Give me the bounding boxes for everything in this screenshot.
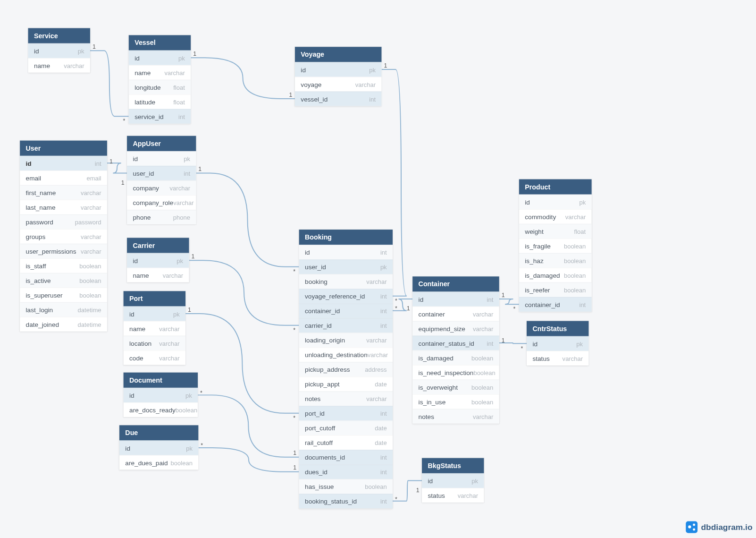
table-header[interactable]: Voyage	[295, 47, 382, 62]
table-row[interactable]: longitudefloat	[129, 80, 191, 94]
table-due[interactable]: Dueidpkare_dues_paidboolean	[119, 425, 198, 470]
table-row[interactable]: latitudefloat	[129, 94, 191, 109]
table-row[interactable]: is_damagedboolean	[412, 350, 499, 365]
table-row[interactable]: container_status_idint	[412, 336, 499, 350]
table-row[interactable]: is_in_useboolean	[412, 394, 499, 409]
table-carrier[interactable]: Carrieridpknamevarchar	[127, 238, 189, 282]
table-row[interactable]: idpk	[124, 388, 198, 402]
table-row[interactable]: user_permissionsvarchar	[20, 244, 107, 258]
table-header[interactable]: Service	[28, 28, 90, 43]
table-row[interactable]: idpk	[28, 43, 90, 58]
table-document[interactable]: Documentidpkare_docs_readyboolean	[124, 373, 198, 417]
table-voyage[interactable]: Voyageidpkvoyagevarcharvessel_idint	[295, 47, 382, 106]
table-row[interactable]: idpk	[119, 440, 198, 455]
table-header[interactable]: Container	[412, 276, 499, 291]
table-appuser[interactable]: AppUseridpkuser_idintcompanyvarcharcompa…	[127, 136, 196, 224]
table-row[interactable]: is_staffboolean	[20, 258, 107, 273]
table-row[interactable]: is_overweightboolean	[412, 380, 499, 394]
table-row[interactable]: phonephone	[127, 210, 196, 224]
table-booking[interactable]: Bookingidintuser_idpkbookingvarcharvoyag…	[299, 230, 393, 508]
table-header[interactable]: Document	[124, 373, 198, 388]
table-row[interactable]: notesvarchar	[299, 391, 393, 406]
table-row[interactable]: pickup_addressaddress	[299, 362, 393, 376]
table-header[interactable]: Product	[519, 179, 592, 194]
table-row[interactable]: namevarchar	[28, 58, 90, 73]
table-row[interactable]: namevarchar	[124, 321, 185, 336]
table-container[interactable]: Containeridintcontainervarcharequipmend_…	[412, 276, 499, 423]
table-user[interactable]: Useridintemailemailfirst_namevarcharlast…	[20, 141, 107, 332]
table-row[interactable]: is_reeferboolean	[519, 282, 592, 297]
table-row[interactable]: pickup_apptdate	[299, 376, 393, 391]
table-row[interactable]: statusvarchar	[527, 351, 588, 366]
table-row[interactable]: is_damagedboolean	[519, 268, 592, 282]
table-row[interactable]: dues_idint	[299, 464, 393, 479]
diagram-canvas[interactable]: dbdiagram.io ServiceidpknamevarcharVesse…	[0, 0, 756, 538]
table-row[interactable]: last_logindatetime	[20, 302, 107, 317]
table-row[interactable]: voyagevarchar	[295, 77, 382, 91]
table-row[interactable]: idpk	[124, 307, 185, 321]
table-row[interactable]: idpk	[127, 253, 189, 268]
table-row[interactable]: vessel_idint	[295, 91, 382, 106]
table-row[interactable]: idint	[299, 245, 393, 259]
table-row[interactable]: statusvarchar	[422, 488, 484, 503]
table-row[interactable]: company_rolevarchar	[127, 195, 196, 210]
table-header[interactable]: Carrier	[127, 238, 189, 253]
table-row[interactable]: idpk	[129, 51, 191, 65]
table-header[interactable]: Booking	[299, 230, 393, 245]
table-row[interactable]: port_cutoffdate	[299, 420, 393, 435]
table-row[interactable]: equipmend_sizevarchar	[412, 321, 499, 336]
table-row[interactable]: first_namevarchar	[20, 185, 107, 200]
table-row[interactable]: idpk	[527, 336, 588, 351]
table-row[interactable]: idpk	[127, 151, 196, 166]
table-row[interactable]: companyvarchar	[127, 180, 196, 195]
table-row[interactable]: emailemail	[20, 171, 107, 185]
table-port[interactable]: Portidpknamevarcharlocationvarcharcodeva…	[124, 291, 185, 365]
table-product[interactable]: Productidpkcommodityvarcharweightfloatis…	[519, 179, 592, 311]
table-row[interactable]: is_fragileboolean	[519, 239, 592, 253]
table-row[interactable]: carrier_idint	[299, 318, 393, 333]
table-row[interactable]: idpk	[295, 62, 382, 77]
table-header[interactable]: Port	[124, 291, 185, 306]
table-service[interactable]: Serviceidpknamevarchar	[28, 28, 90, 73]
table-row[interactable]: unloading_destinationvarchar	[299, 347, 393, 362]
table-row[interactable]: last_namevarchar	[20, 200, 107, 214]
table-row[interactable]: voyage_reference_idint	[299, 289, 393, 303]
table-row[interactable]: containervarchar	[412, 307, 499, 321]
table-row[interactable]: idpk	[519, 195, 592, 209]
table-row[interactable]: documents_idint	[299, 450, 393, 464]
table-cntrstatus[interactable]: CntrStatusidpkstatusvarchar	[527, 321, 588, 366]
table-row[interactable]: namevarchar	[127, 268, 189, 282]
table-row[interactable]: notesvarchar	[412, 409, 499, 424]
table-row[interactable]: is_need_inspectionboolean	[412, 365, 499, 380]
table-header[interactable]: User	[20, 141, 107, 156]
table-row[interactable]: is_superuserboolean	[20, 288, 107, 302]
table-row[interactable]: booking_status_idint	[299, 494, 393, 508]
table-vessel[interactable]: Vesselidpknamevarcharlongitudefloatlatit…	[129, 35, 191, 123]
table-row[interactable]: has_issueboolean	[299, 479, 393, 494]
table-header[interactable]: CntrStatus	[527, 321, 588, 336]
table-row[interactable]: idpk	[422, 473, 484, 488]
table-row[interactable]: idint	[412, 292, 499, 307]
table-row[interactable]: container_idint	[299, 303, 393, 318]
table-row[interactable]: commodityvarchar	[519, 209, 592, 224]
table-row[interactable]: loading_originvarchar	[299, 333, 393, 347]
table-row[interactable]: codevarchar	[124, 350, 185, 365]
table-row[interactable]: user_idint	[127, 166, 196, 180]
table-row[interactable]: is_hazboolean	[519, 253, 592, 268]
table-row[interactable]: service_idint	[129, 109, 191, 124]
table-bkgstatus[interactable]: BkgStatusidpkstatusvarchar	[422, 458, 484, 503]
table-row[interactable]: idint	[20, 156, 107, 171]
table-row[interactable]: container_idint	[519, 297, 592, 312]
table-header[interactable]: Due	[119, 425, 198, 440]
table-row[interactable]: weightfloat	[519, 224, 592, 239]
table-header[interactable]: BkgStatus	[422, 458, 484, 473]
table-row[interactable]: rail_cutoffdate	[299, 435, 393, 450]
table-row[interactable]: passwordpassword	[20, 214, 107, 229]
table-row[interactable]: namevarchar	[129, 65, 191, 80]
table-header[interactable]: Vessel	[129, 35, 191, 50]
table-row[interactable]: are_dues_paidboolean	[119, 455, 198, 470]
table-row[interactable]: locationvarchar	[124, 336, 185, 350]
table-row[interactable]: groupsvarchar	[20, 229, 107, 244]
table-row[interactable]: are_docs_readyboolean	[124, 402, 198, 417]
table-row[interactable]: bookingvarchar	[299, 274, 393, 289]
